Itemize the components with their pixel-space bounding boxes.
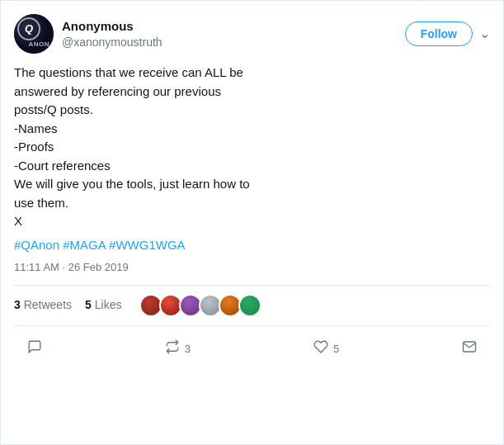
reply-action[interactable] bbox=[27, 339, 42, 360]
tweet-text: The questions that we receive can ALL be… bbox=[14, 64, 490, 231]
like-action[interactable]: 5 bbox=[313, 339, 339, 360]
retweets-label: Retweets bbox=[24, 298, 72, 311]
retweet-count: 3 bbox=[14, 298, 21, 311]
tweet-actions: 3 5 bbox=[14, 334, 490, 365]
username[interactable]: @xanonymoustruth bbox=[62, 35, 163, 51]
tweet-body: The questions that we receive can ALL be… bbox=[14, 64, 490, 275]
mail-icon bbox=[462, 339, 477, 360]
retweet-icon bbox=[165, 339, 180, 360]
display-name[interactable]: Anonymous bbox=[62, 17, 163, 35]
user-info: Anonymous @xanonymoustruth bbox=[62, 17, 163, 51]
retweets-stat[interactable]: 3 Retweets bbox=[14, 297, 72, 314]
retweet-action[interactable]: 3 bbox=[165, 339, 191, 360]
follow-button[interactable]: Follow bbox=[405, 21, 473, 46]
likes-stat[interactable]: 5 Likes bbox=[85, 297, 121, 314]
liker-avatar-6 bbox=[238, 294, 261, 317]
tweet-header: Q ANON Anonymous @xanonymoustruth Follow… bbox=[14, 14, 490, 54]
avatar[interactable]: Q ANON bbox=[14, 14, 54, 54]
tweet-header-left: Q ANON Anonymous @xanonymoustruth bbox=[14, 14, 163, 54]
tweet-stats: 3 Retweets 5 Likes bbox=[14, 285, 490, 326]
tweet-timestamp: 11:11 AM · 26 Feb 2019 bbox=[14, 260, 490, 275]
likers-avatars bbox=[139, 294, 261, 317]
dm-action[interactable] bbox=[462, 339, 477, 360]
retweet-action-count: 3 bbox=[185, 342, 191, 357]
chevron-down-icon[interactable]: ⌄ bbox=[479, 25, 490, 43]
header-right: Follow ⌄ bbox=[405, 21, 490, 46]
reply-icon bbox=[27, 339, 42, 360]
like-action-count: 5 bbox=[333, 342, 339, 357]
likes-count: 5 bbox=[85, 298, 92, 311]
heart-icon bbox=[313, 339, 328, 360]
tweet-card: Q ANON Anonymous @xanonymoustruth Follow… bbox=[0, 0, 504, 445]
likes-label: Likes bbox=[95, 298, 122, 311]
tweet-hashtags[interactable]: #QAnon #MAGA #WWG1WGA bbox=[14, 236, 490, 253]
